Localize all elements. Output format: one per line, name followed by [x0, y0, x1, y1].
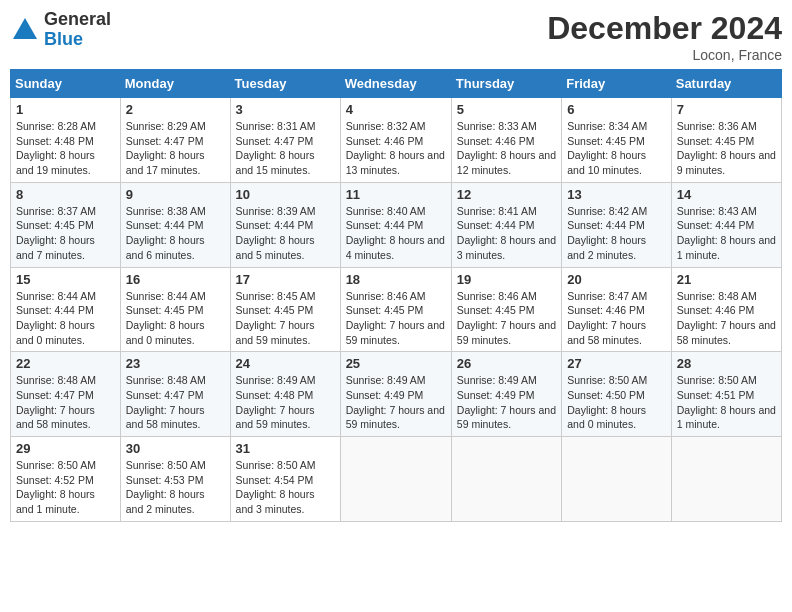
- day-number: 24: [236, 356, 335, 371]
- calendar-cell: 18Sunrise: 8:46 AMSunset: 4:45 PMDayligh…: [340, 267, 451, 352]
- logo: General Blue: [10, 10, 111, 50]
- day-info: Sunrise: 8:36 AMSunset: 4:45 PMDaylight:…: [677, 119, 776, 178]
- day-number: 13: [567, 187, 666, 202]
- calendar-cell: 14Sunrise: 8:43 AMSunset: 4:44 PMDayligh…: [671, 182, 781, 267]
- day-number: 22: [16, 356, 115, 371]
- calendar-cell: [671, 437, 781, 522]
- day-info: Sunrise: 8:46 AMSunset: 4:45 PMDaylight:…: [346, 289, 446, 348]
- day-number: 30: [126, 441, 225, 456]
- calendar-cell: 10Sunrise: 8:39 AMSunset: 4:44 PMDayligh…: [230, 182, 340, 267]
- calendar-cell: [340, 437, 451, 522]
- weekday-header-thursday: Thursday: [451, 70, 561, 98]
- weekday-header-wednesday: Wednesday: [340, 70, 451, 98]
- day-info: Sunrise: 8:45 AMSunset: 4:45 PMDaylight:…: [236, 289, 335, 348]
- day-number: 1: [16, 102, 115, 117]
- day-info: Sunrise: 8:49 AMSunset: 4:49 PMDaylight:…: [346, 373, 446, 432]
- weekday-header-row: SundayMondayTuesdayWednesdayThursdayFrid…: [11, 70, 782, 98]
- day-info: Sunrise: 8:39 AMSunset: 4:44 PMDaylight:…: [236, 204, 335, 263]
- calendar-cell: 4Sunrise: 8:32 AMSunset: 4:46 PMDaylight…: [340, 98, 451, 183]
- calendar-cell: 19Sunrise: 8:46 AMSunset: 4:45 PMDayligh…: [451, 267, 561, 352]
- day-number: 26: [457, 356, 556, 371]
- day-info: Sunrise: 8:37 AMSunset: 4:45 PMDaylight:…: [16, 204, 115, 263]
- day-number: 14: [677, 187, 776, 202]
- day-info: Sunrise: 8:28 AMSunset: 4:48 PMDaylight:…: [16, 119, 115, 178]
- calendar-cell: 6Sunrise: 8:34 AMSunset: 4:45 PMDaylight…: [562, 98, 672, 183]
- calendar-week-1: 1Sunrise: 8:28 AMSunset: 4:48 PMDaylight…: [11, 98, 782, 183]
- calendar-cell: 26Sunrise: 8:49 AMSunset: 4:49 PMDayligh…: [451, 352, 561, 437]
- calendar-cell: 1Sunrise: 8:28 AMSunset: 4:48 PMDaylight…: [11, 98, 121, 183]
- calendar-cell: 12Sunrise: 8:41 AMSunset: 4:44 PMDayligh…: [451, 182, 561, 267]
- day-number: 4: [346, 102, 446, 117]
- day-number: 15: [16, 272, 115, 287]
- calendar-cell: 17Sunrise: 8:45 AMSunset: 4:45 PMDayligh…: [230, 267, 340, 352]
- day-info: Sunrise: 8:43 AMSunset: 4:44 PMDaylight:…: [677, 204, 776, 263]
- day-number: 25: [346, 356, 446, 371]
- day-number: 21: [677, 272, 776, 287]
- calendar-cell: 28Sunrise: 8:50 AMSunset: 4:51 PMDayligh…: [671, 352, 781, 437]
- day-info: Sunrise: 8:46 AMSunset: 4:45 PMDaylight:…: [457, 289, 556, 348]
- calendar-cell: 21Sunrise: 8:48 AMSunset: 4:46 PMDayligh…: [671, 267, 781, 352]
- calendar-cell: [562, 437, 672, 522]
- day-number: 12: [457, 187, 556, 202]
- weekday-header-friday: Friday: [562, 70, 672, 98]
- logo-general: General: [44, 9, 111, 29]
- svg-marker-0: [13, 18, 37, 39]
- day-info: Sunrise: 8:50 AMSunset: 4:50 PMDaylight:…: [567, 373, 666, 432]
- calendar-cell: 5Sunrise: 8:33 AMSunset: 4:46 PMDaylight…: [451, 98, 561, 183]
- calendar-cell: 13Sunrise: 8:42 AMSunset: 4:44 PMDayligh…: [562, 182, 672, 267]
- day-info: Sunrise: 8:41 AMSunset: 4:44 PMDaylight:…: [457, 204, 556, 263]
- day-number: 2: [126, 102, 225, 117]
- calendar-week-2: 8Sunrise: 8:37 AMSunset: 4:45 PMDaylight…: [11, 182, 782, 267]
- month-title: December 2024: [547, 10, 782, 47]
- day-info: Sunrise: 8:32 AMSunset: 4:46 PMDaylight:…: [346, 119, 446, 178]
- day-number: 9: [126, 187, 225, 202]
- logo-icon: [10, 15, 40, 45]
- calendar-table: SundayMondayTuesdayWednesdayThursdayFrid…: [10, 69, 782, 522]
- day-info: Sunrise: 8:49 AMSunset: 4:48 PMDaylight:…: [236, 373, 335, 432]
- calendar-cell: 8Sunrise: 8:37 AMSunset: 4:45 PMDaylight…: [11, 182, 121, 267]
- day-number: 31: [236, 441, 335, 456]
- calendar-cell: 30Sunrise: 8:50 AMSunset: 4:53 PMDayligh…: [120, 437, 230, 522]
- day-number: 6: [567, 102, 666, 117]
- day-info: Sunrise: 8:50 AMSunset: 4:52 PMDaylight:…: [16, 458, 115, 517]
- calendar-cell: 7Sunrise: 8:36 AMSunset: 4:45 PMDaylight…: [671, 98, 781, 183]
- calendar-cell: 16Sunrise: 8:44 AMSunset: 4:45 PMDayligh…: [120, 267, 230, 352]
- calendar-cell: 22Sunrise: 8:48 AMSunset: 4:47 PMDayligh…: [11, 352, 121, 437]
- calendar-cell: 3Sunrise: 8:31 AMSunset: 4:47 PMDaylight…: [230, 98, 340, 183]
- day-number: 28: [677, 356, 776, 371]
- day-info: Sunrise: 8:48 AMSunset: 4:47 PMDaylight:…: [126, 373, 225, 432]
- calendar-week-3: 15Sunrise: 8:44 AMSunset: 4:44 PMDayligh…: [11, 267, 782, 352]
- logo-text: General Blue: [44, 10, 111, 50]
- day-info: Sunrise: 8:50 AMSunset: 4:53 PMDaylight:…: [126, 458, 225, 517]
- calendar-cell: [451, 437, 561, 522]
- day-number: 3: [236, 102, 335, 117]
- day-info: Sunrise: 8:38 AMSunset: 4:44 PMDaylight:…: [126, 204, 225, 263]
- calendar-cell: 2Sunrise: 8:29 AMSunset: 4:47 PMDaylight…: [120, 98, 230, 183]
- day-number: 10: [236, 187, 335, 202]
- calendar-week-5: 29Sunrise: 8:50 AMSunset: 4:52 PMDayligh…: [11, 437, 782, 522]
- calendar-cell: 27Sunrise: 8:50 AMSunset: 4:50 PMDayligh…: [562, 352, 672, 437]
- day-number: 19: [457, 272, 556, 287]
- day-info: Sunrise: 8:34 AMSunset: 4:45 PMDaylight:…: [567, 119, 666, 178]
- calendar-cell: 25Sunrise: 8:49 AMSunset: 4:49 PMDayligh…: [340, 352, 451, 437]
- day-number: 17: [236, 272, 335, 287]
- calendar-cell: 31Sunrise: 8:50 AMSunset: 4:54 PMDayligh…: [230, 437, 340, 522]
- calendar-cell: 29Sunrise: 8:50 AMSunset: 4:52 PMDayligh…: [11, 437, 121, 522]
- title-area: December 2024 Locon, France: [547, 10, 782, 63]
- day-info: Sunrise: 8:44 AMSunset: 4:44 PMDaylight:…: [16, 289, 115, 348]
- calendar-cell: 20Sunrise: 8:47 AMSunset: 4:46 PMDayligh…: [562, 267, 672, 352]
- day-info: Sunrise: 8:50 AMSunset: 4:51 PMDaylight:…: [677, 373, 776, 432]
- location: Locon, France: [547, 47, 782, 63]
- calendar-cell: 24Sunrise: 8:49 AMSunset: 4:48 PMDayligh…: [230, 352, 340, 437]
- day-info: Sunrise: 8:47 AMSunset: 4:46 PMDaylight:…: [567, 289, 666, 348]
- calendar-week-4: 22Sunrise: 8:48 AMSunset: 4:47 PMDayligh…: [11, 352, 782, 437]
- weekday-header-tuesday: Tuesday: [230, 70, 340, 98]
- day-number: 29: [16, 441, 115, 456]
- day-number: 5: [457, 102, 556, 117]
- day-info: Sunrise: 8:40 AMSunset: 4:44 PMDaylight:…: [346, 204, 446, 263]
- day-number: 8: [16, 187, 115, 202]
- calendar-cell: 23Sunrise: 8:48 AMSunset: 4:47 PMDayligh…: [120, 352, 230, 437]
- calendar-cell: 15Sunrise: 8:44 AMSunset: 4:44 PMDayligh…: [11, 267, 121, 352]
- day-number: 23: [126, 356, 225, 371]
- day-info: Sunrise: 8:44 AMSunset: 4:45 PMDaylight:…: [126, 289, 225, 348]
